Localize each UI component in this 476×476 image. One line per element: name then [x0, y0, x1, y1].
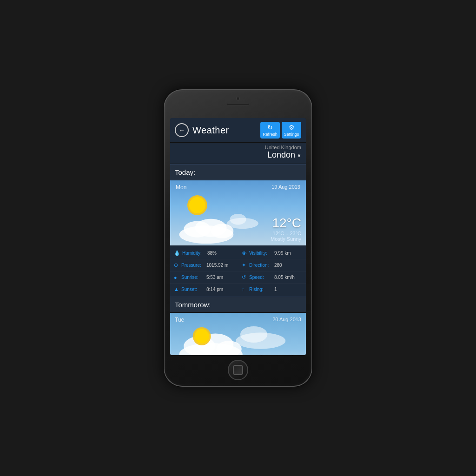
city-name: London — [267, 150, 295, 160]
header-left: ← Weather — [175, 123, 229, 137]
header-buttons: ↻ Refresh ⚙ Settings — [260, 122, 301, 139]
sunset-label: Sunset: — [181, 287, 205, 292]
pressure-label: Pressure: — [181, 263, 205, 268]
refresh-icon: ↻ — [267, 124, 273, 131]
speed-label: Speed: — [249, 275, 272, 280]
settings-icon: ⚙ — [289, 124, 295, 131]
settings-label: Settings — [284, 132, 299, 137]
location-section: United Kingdom London ∨ — [170, 143, 306, 164]
app-header: ← Weather ↻ Refresh ⚙ Settings — [170, 118, 306, 143]
detail-row-2: ⊙ Pressure: 1015.92 m ✦ Direction: 280 — [170, 259, 306, 271]
direction-icon: ✦ — [242, 262, 247, 268]
pressure-value: 1015.92 m — [206, 263, 228, 268]
today-temp-range: 12°C .. 23°C — [175, 231, 301, 236]
humidity-icon: 💧 — [174, 250, 180, 256]
tomorrow-section-header: Tommorow: — [170, 297, 306, 313]
phone-speaker — [226, 103, 250, 106]
pressure-col: ⊙ Pressure: 1015.92 m — [170, 259, 238, 271]
tomorrow-weather-info: Tue 20 Aug 2013 12°C .. 24°C Partly Clou… — [170, 313, 306, 355]
rising-value: 1 — [274, 287, 277, 292]
pressure-icon: ⊙ — [174, 262, 179, 268]
city-selector[interactable]: London ∨ — [175, 150, 301, 160]
today-temp: 12°C — [175, 216, 301, 231]
today-description: Mostly Sunny — [175, 236, 301, 242]
direction-value: 280 — [274, 263, 282, 268]
home-button[interactable] — [228, 360, 248, 380]
visibility-label: Visibility: — [249, 251, 272, 256]
back-button[interactable]: ← — [175, 123, 189, 137]
speed-icon: ↺ — [242, 274, 247, 280]
phone-body: ← Weather ↻ Refresh ⚙ Settings — [164, 89, 312, 387]
rising-col: ↑ Rising: 1 — [238, 284, 306, 295]
visibility-col: 👁 Visibility: 9.99 km — [238, 247, 306, 259]
tomorrow-day: Tue — [175, 317, 184, 323]
visibility-icon: 👁 — [242, 251, 247, 256]
tomorrow-weather-card: Tue 20 Aug 2013 12°C .. 24°C Partly Clou… — [170, 313, 306, 355]
chevron-down-icon: ∨ — [297, 152, 301, 159]
direction-col: ✦ Direction: 280 — [238, 259, 306, 271]
sunrise-label: Sunrise: — [181, 275, 205, 280]
today-section-header: Today: — [170, 164, 306, 180]
home-button-inner — [233, 365, 243, 375]
app-container: ← Weather ↻ Refresh ⚙ Settings — [170, 118, 306, 355]
detail-row-3: ● Sunrise: 5:53 am ↺ Speed: 8.05 km/h — [170, 271, 306, 284]
settings-button[interactable]: ⚙ Settings — [282, 122, 301, 139]
detail-row-4: ▲ Sunset: 8:14 pm ↑ Rising: 1 — [170, 284, 306, 295]
sunset-icon: ▲ — [174, 286, 179, 292]
weather-details: 💧 Humidity: 88% 👁 Visibility: 9.99 km ⊙ — [170, 245, 306, 297]
speed-value: 8.05 km/h — [274, 275, 295, 280]
app-title: Weather — [192, 125, 229, 136]
phone-camera — [236, 97, 240, 100]
tomorrow-date: 20 Aug 2013 — [272, 317, 301, 323]
today-date: 19 Aug 2013 — [271, 184, 300, 191]
direction-label: Direction: — [249, 263, 272, 268]
humidity-value: 88% — [207, 251, 217, 256]
rising-icon: ↑ — [242, 286, 247, 292]
rising-label: Rising: — [249, 287, 272, 292]
back-icon: ← — [178, 126, 185, 134]
sunrise-icon: ● — [174, 275, 179, 280]
today-weather-card: Mon 19 Aug 2013 12°C 12°C .. 23°C Mostly… — [170, 180, 306, 245]
today-day: Mon — [176, 184, 186, 191]
humidity-label: Humidity: — [182, 251, 205, 256]
refresh-label: Refresh — [263, 132, 278, 137]
sunset-value: 8:14 pm — [206, 287, 223, 292]
sunrise-value: 5:53 am — [206, 275, 223, 280]
sunrise-col: ● Sunrise: 5:53 am — [170, 271, 238, 283]
humidity-col: 💧 Humidity: 88% — [170, 247, 238, 259]
refresh-button[interactable]: ↻ Refresh — [260, 122, 280, 139]
tomorrow-temp-range: 12°C .. 24°C — [175, 353, 301, 355]
country-label: United Kingdom — [175, 145, 301, 150]
sunset-col: ▲ Sunset: 8:14 pm — [170, 284, 238, 295]
detail-row-1: 💧 Humidity: 88% 👁 Visibility: 9.99 km — [170, 247, 306, 259]
visibility-value: 9.99 km — [274, 251, 291, 256]
today-weather-info: Mon 19 Aug 2013 12°C 12°C .. 23°C Mostly… — [170, 180, 306, 245]
phone-device: ← Weather ↻ Refresh ⚙ Settings — [164, 89, 312, 387]
speed-col: ↺ Speed: 8.05 km/h — [238, 271, 306, 283]
phone-screen: ← Weather ↻ Refresh ⚙ Settings — [170, 118, 306, 355]
